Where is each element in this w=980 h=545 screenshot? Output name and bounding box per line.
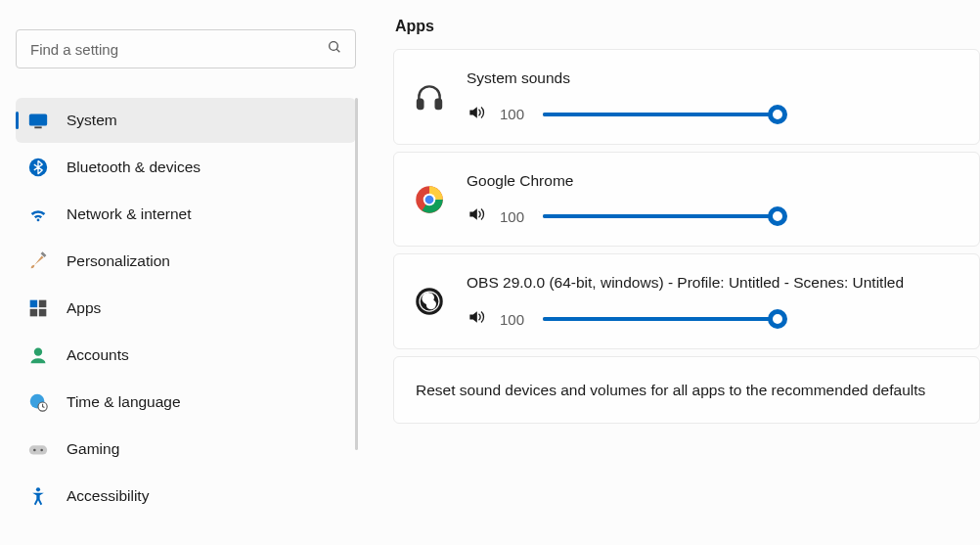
sidebar: System Bluetooth & devices Network & int… bbox=[0, 0, 372, 545]
section-title: Apps bbox=[393, 18, 980, 35]
volume-slider[interactable] bbox=[543, 105, 778, 124]
sidebar-item-label: Bluetooth & devices bbox=[67, 159, 200, 176]
brush-icon bbox=[27, 250, 49, 272]
app-name: OBS 29.0.0 (64-bit, windows) - Profile: … bbox=[467, 272, 959, 294]
svg-rect-9 bbox=[39, 309, 47, 317]
sidebar-item-gaming[interactable]: Gaming bbox=[16, 427, 356, 472]
slider-fill bbox=[543, 317, 778, 321]
app-name: Google Chrome bbox=[467, 170, 959, 192]
monitor-icon bbox=[27, 110, 49, 131]
speaker-icon[interactable] bbox=[467, 103, 486, 126]
slider-thumb[interactable] bbox=[768, 309, 787, 329]
card-body: Google Chrome 100 bbox=[467, 170, 959, 229]
app-volume-list: System sounds 100 Go bbox=[393, 49, 980, 424]
svg-point-15 bbox=[40, 449, 43, 452]
accessibility-icon bbox=[27, 485, 49, 507]
svg-rect-8 bbox=[30, 309, 38, 317]
volume-value: 100 bbox=[500, 311, 529, 328]
globe-clock-icon bbox=[27, 391, 49, 413]
bluetooth-icon bbox=[27, 157, 49, 178]
app-volume-card-obs[interactable]: OBS 29.0.0 (64-bit, windows) - Profile: … bbox=[393, 253, 980, 349]
reset-defaults-card[interactable]: Reset sound devices and volumes for all … bbox=[393, 356, 980, 424]
sidebar-item-apps[interactable]: Apps bbox=[16, 286, 356, 331]
sidebar-item-label: Gaming bbox=[67, 440, 119, 458]
svg-rect-6 bbox=[30, 300, 38, 308]
volume-row: 100 bbox=[467, 204, 959, 228]
person-icon bbox=[27, 344, 49, 366]
app-name: System sounds bbox=[467, 68, 959, 89]
svg-point-10 bbox=[34, 348, 42, 356]
sidebar-item-time-language[interactable]: Time & language bbox=[16, 380, 356, 425]
sidebar-item-label: Apps bbox=[67, 299, 101, 317]
volume-slider[interactable] bbox=[543, 309, 778, 329]
volume-value: 100 bbox=[500, 208, 529, 225]
app-volume-card-chrome[interactable]: Google Chrome 100 bbox=[393, 152, 980, 248]
obs-icon bbox=[412, 284, 447, 319]
search-icon[interactable] bbox=[327, 39, 342, 59]
svg-rect-7 bbox=[39, 300, 47, 308]
app-volume-card-system-sounds[interactable]: System sounds 100 bbox=[393, 49, 980, 145]
reset-text: Reset sound devices and volumes for all … bbox=[416, 382, 925, 398]
svg-rect-2 bbox=[29, 114, 47, 126]
svg-rect-13 bbox=[29, 445, 47, 454]
headphones-icon bbox=[412, 79, 447, 114]
card-body: OBS 29.0.0 (64-bit, windows) - Profile: … bbox=[467, 272, 959, 331]
svg-point-21 bbox=[425, 195, 434, 204]
sidebar-item-label: Personalization bbox=[67, 252, 170, 270]
svg-rect-17 bbox=[418, 100, 423, 109]
sidebar-item-system[interactable]: System bbox=[16, 98, 356, 143]
sidebar-item-label: System bbox=[67, 112, 117, 129]
slider-thumb[interactable] bbox=[768, 206, 787, 226]
sidebar-scrollbar[interactable] bbox=[355, 98, 358, 450]
sidebar-item-personalization[interactable]: Personalization bbox=[16, 239, 356, 284]
volume-row: 100 bbox=[467, 307, 959, 331]
sidebar-item-label: Accounts bbox=[67, 346, 129, 364]
sidebar-item-label: Accessibility bbox=[67, 487, 149, 505]
sidebar-item-accessibility[interactable]: Accessibility bbox=[16, 474, 356, 519]
apps-icon bbox=[27, 297, 49, 319]
gamepad-icon bbox=[27, 438, 49, 460]
slider-fill bbox=[543, 113, 778, 116]
slider-thumb[interactable] bbox=[768, 105, 787, 124]
slider-fill bbox=[543, 214, 778, 218]
sidebar-item-bluetooth[interactable]: Bluetooth & devices bbox=[16, 145, 356, 190]
volume-row: 100 bbox=[467, 103, 959, 126]
speaker-icon[interactable] bbox=[467, 204, 486, 228]
svg-line-1 bbox=[336, 49, 339, 52]
sidebar-item-accounts[interactable]: Accounts bbox=[16, 333, 356, 378]
nav-list: System Bluetooth & devices Network & int… bbox=[16, 98, 356, 519]
speaker-icon[interactable] bbox=[467, 307, 486, 331]
chrome-icon bbox=[412, 182, 447, 217]
wifi-icon bbox=[27, 204, 49, 225]
svg-point-14 bbox=[33, 449, 36, 452]
card-body: System sounds 100 bbox=[467, 68, 959, 126]
search-box bbox=[16, 29, 356, 68]
svg-point-0 bbox=[330, 42, 338, 51]
sidebar-item-label: Network & internet bbox=[67, 205, 192, 223]
svg-rect-18 bbox=[436, 100, 441, 109]
svg-rect-3 bbox=[34, 126, 41, 128]
svg-point-16 bbox=[36, 487, 40, 491]
main-content: Apps System sounds 100 bbox=[372, 0, 980, 545]
sidebar-item-label: Time & language bbox=[67, 393, 181, 411]
search-input[interactable] bbox=[16, 29, 356, 68]
volume-slider[interactable] bbox=[543, 206, 778, 226]
volume-value: 100 bbox=[500, 106, 529, 122]
sidebar-item-network[interactable]: Network & internet bbox=[16, 192, 356, 237]
